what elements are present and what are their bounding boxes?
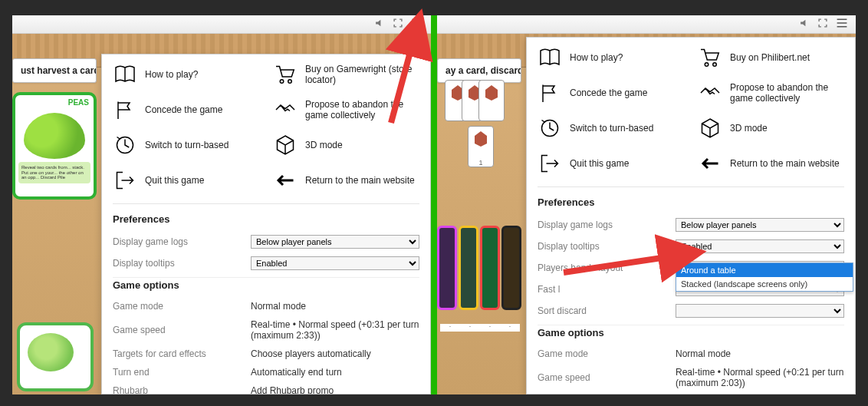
menu-item-label: Switch to turn-based [570, 123, 653, 134]
menu-item-label: Quit this game [570, 158, 629, 169]
hamburger-menu-icon[interactable] [836, 18, 848, 31]
cart-icon [698, 45, 722, 70]
menu-item-label: 3D mode [305, 140, 343, 150]
cube-icon [273, 133, 298, 157]
option-label: Game speed [538, 372, 676, 383]
menu-item-label: How to play? [145, 69, 198, 80]
menu-item-label: Quit this game [145, 175, 204, 186]
pref-select[interactable]: Below player panels [251, 235, 419, 249]
volume-icon[interactable] [799, 18, 810, 31]
option-label: Game mode [113, 301, 251, 312]
option-value: Real-time • Normal speed (+0:21 per turn… [676, 367, 844, 388]
handshake-icon [698, 81, 722, 105]
menu-item-flag[interactable]: Concede the game [538, 81, 684, 105]
pref-row: Display game logsBelow player panels [538, 214, 844, 236]
menu-item-label: Switch to turn-based [145, 140, 229, 150]
menu-item-back[interactable]: Return to the main website [698, 151, 844, 176]
game-prompt: ust harvest a card [12, 58, 97, 83]
dropdown-option[interactable]: Around a table [676, 263, 853, 277]
pref-label: Players hands layout [538, 262, 676, 273]
menu-item-label: Concede the game [145, 104, 222, 115]
menu-item-flag[interactable]: Concede the game [113, 97, 259, 122]
option-row: Game speedReal-time • Normal speed (+0:3… [113, 315, 419, 345]
hand-card[interactable] [459, 226, 478, 310]
fullscreen-icon[interactable] [817, 18, 828, 31]
svg-point-0 [280, 80, 284, 84]
clock-icon [113, 133, 137, 157]
preferences-heading: Preferences [538, 187, 844, 214]
option-label: Game mode [538, 348, 676, 359]
layout-dropdown-open[interactable]: Around a tableStacked (landscape screens… [676, 262, 853, 292]
menu-item-exit[interactable]: Quit this game [538, 151, 684, 176]
menu-item-label: Propose to abandon the game collectively [305, 99, 419, 121]
pref-row: Sort discard [538, 300, 844, 322]
menu-item-clock[interactable]: Switch to turn-based [538, 116, 684, 140]
deck-count: 1 [468, 126, 494, 167]
dropdown-option[interactable]: Stacked (landscape screens only) [676, 277, 853, 291]
menu-item-handshake[interactable]: Propose to abandon the game collectively [698, 81, 844, 105]
pref-select[interactable] [676, 304, 844, 318]
pref-select[interactable]: Below player panels [676, 218, 844, 232]
menu-item-label: How to play? [570, 52, 623, 63]
pref-row: Display tooltipsEnabled [538, 236, 844, 257]
back-icon [698, 151, 722, 176]
preferences-heading: Preferences [113, 204, 419, 231]
hand-card[interactable] [501, 226, 521, 310]
menu-item-clock[interactable]: Switch to turn-based [113, 133, 259, 157]
menu-item-book[interactable]: How to play? [113, 62, 259, 87]
pref-select[interactable]: Enabled [676, 239, 844, 253]
pref-label: Sort discard [538, 305, 676, 316]
handshake-icon [273, 97, 298, 122]
menu-item-book[interactable]: How to play? [538, 45, 684, 70]
option-row: Game modeNormal mode [113, 297, 419, 315]
svg-point-4 [713, 63, 717, 67]
clock-icon [538, 116, 562, 140]
pref-row: Display tooltipsEnabled [113, 253, 419, 274]
hand [437, 226, 521, 318]
option-value: Real-time • Normal speed (+0:31 per turn… [251, 319, 419, 341]
flag-icon [113, 97, 137, 122]
volume-icon[interactable] [374, 18, 385, 31]
fullscreen-icon[interactable] [393, 18, 403, 31]
hand-card[interactable] [437, 226, 457, 310]
deck[interactable]: 1 [445, 80, 518, 172]
book-icon [113, 62, 137, 87]
menu-item-label: Buy on Gamewright (store locator) [305, 64, 419, 86]
menu-item-cube[interactable]: 3D mode [698, 116, 844, 140]
score-row: ···· [440, 324, 520, 332]
pref-select[interactable]: Enabled [251, 256, 419, 270]
peas-card[interactable]: PEAS Reveal two cards from... stack. Put… [12, 92, 97, 200]
pref-label: Display game logs [538, 220, 676, 230]
top-toolbar [437, 15, 856, 34]
pref-label: Display game logs [113, 236, 251, 247]
menu-item-back[interactable]: Return to the main website [273, 168, 419, 193]
card-title: PEAS [15, 95, 94, 110]
option-row: Game modeNormal mode [538, 345, 844, 363]
top-toolbar [12, 15, 431, 34]
book-icon [538, 45, 562, 70]
settings-panel: How to play?Buy on Gamewright (store loc… [101, 54, 431, 394]
option-value: Normal mode [251, 301, 419, 312]
option-label: Targets for card effects [113, 348, 251, 359]
exit-icon [538, 151, 562, 176]
option-value: Normal mode [676, 348, 844, 359]
option-label: Game speed [113, 325, 251, 335]
card-text: Reveal two cards from... stack. Put one … [18, 162, 90, 183]
menu-item-cart[interactable]: Buy on Gamewright (store locator) [273, 62, 419, 87]
cube-icon [698, 116, 722, 140]
menu-item-cube[interactable]: 3D mode [273, 133, 419, 157]
hamburger-menu-icon[interactable] [411, 18, 423, 31]
option-value: Choose players automatically [251, 348, 419, 359]
menu-item-label: Concede the game [570, 87, 647, 98]
card-slot[interactable] [17, 322, 94, 391]
flag-icon [538, 81, 562, 105]
menu-item-exit[interactable]: Quit this game [113, 168, 259, 193]
back-icon [273, 168, 298, 193]
menu-item-handshake[interactable]: Propose to abandon the game collectively [273, 97, 419, 122]
option-value: Automatically end turn [251, 367, 419, 378]
menu-item-cart[interactable]: Buy on Philibert.net [698, 45, 844, 70]
option-row: Turn endAutomatically end turn [113, 363, 419, 381]
pref-label: Display tooltips [538, 241, 676, 252]
menu-item-label: Propose to abandon the game collectively [730, 82, 844, 104]
hand-card[interactable] [480, 226, 500, 310]
